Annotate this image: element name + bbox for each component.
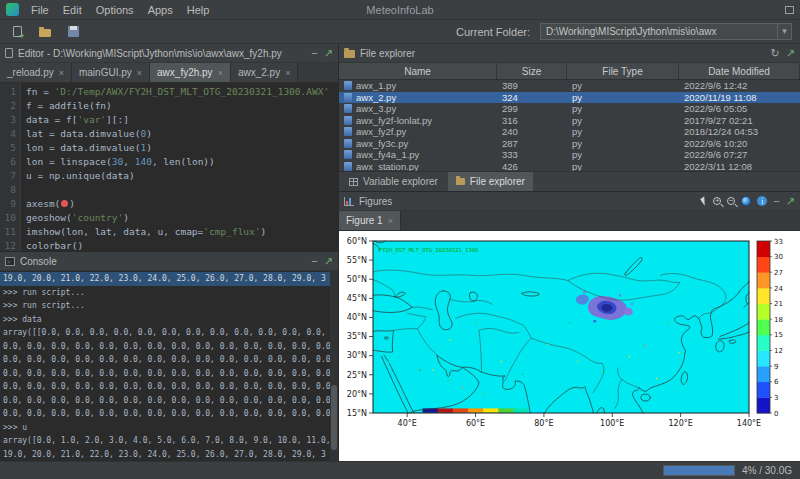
editor-tab-_reload.py[interactable]: _reload.py× bbox=[0, 63, 72, 82]
file-name: awx_fy2f-lonlat.py bbox=[356, 115, 432, 126]
menu-file[interactable]: File bbox=[24, 4, 56, 16]
memory-usage: 4% / 30.0G bbox=[742, 465, 792, 476]
tab-figure-1[interactable]: Figure 1 × bbox=[339, 211, 401, 230]
minimize-icon[interactable]: − bbox=[773, 196, 779, 207]
console-output[interactable]: 19.0, 20.0, 21.0, 22.0, 23.0, 24.0, 25.0… bbox=[0, 271, 338, 461]
chart-icon bbox=[344, 197, 354, 206]
line-number: 10 bbox=[0, 211, 16, 225]
close-icon[interactable]: × bbox=[137, 68, 142, 78]
editor-tab-awx_fy2h.py[interactable]: awx_fy2h.py× bbox=[150, 63, 231, 82]
code-token: lon = linspace( bbox=[26, 156, 112, 167]
file-type: py bbox=[567, 126, 679, 137]
folder-icon bbox=[344, 50, 355, 58]
console-line: 0.0, 0.0, 0.0, 0.0, 0.0, 0.0, 0.0, 0.0, … bbox=[0, 394, 338, 408]
file-name-cell: awx_station.py bbox=[339, 161, 497, 171]
tab-variable-explorer[interactable]: Variable explorer bbox=[341, 172, 446, 191]
line-number: 4 bbox=[0, 127, 16, 141]
close-icon[interactable]: × bbox=[285, 68, 290, 78]
identify-icon[interactable] bbox=[757, 196, 767, 206]
code-token: , bbox=[123, 156, 134, 167]
svg-text:60°E: 60°E bbox=[466, 419, 485, 428]
detach-icon[interactable]: ↗ bbox=[324, 256, 333, 267]
editor-tab-mainGUI.py[interactable]: mainGUI.py× bbox=[72, 63, 150, 82]
close-icon[interactable]: × bbox=[59, 68, 64, 78]
current-folder-combo[interactable]: D:\Working\MIScript\Jython\mis\io\awx ▾ bbox=[540, 23, 792, 40]
py-file-icon bbox=[344, 127, 352, 136]
file-explorer-title: File explorer bbox=[360, 48, 766, 59]
save-button[interactable] bbox=[64, 23, 82, 41]
file-name: awx_fy2f.py bbox=[356, 126, 406, 137]
code-token: ) bbox=[69, 198, 75, 209]
open-file-button[interactable] bbox=[36, 23, 54, 41]
code-line: data = f['var'][:] bbox=[26, 113, 338, 127]
tab-label: Variable explorer bbox=[363, 176, 438, 187]
editor-tab-awx_2.py[interactable]: awx_2.py× bbox=[231, 63, 299, 82]
figure-canvas[interactable]: 40°E60°E80°E100°E120°E140°E 60°N55°N50°N… bbox=[339, 231, 799, 461]
code-token: 'D:/Temp/AWX/FY2H_DST_MLT_OTG_20230321_1… bbox=[55, 86, 330, 97]
tab-file-explorer[interactable]: File explorer bbox=[448, 172, 533, 191]
console-titlebar: Console − ↗ bbox=[0, 252, 338, 271]
menu-options[interactable]: Options bbox=[89, 4, 141, 16]
zoom-out-icon[interactable] bbox=[727, 197, 735, 205]
chevron-down-icon[interactable]: ▾ bbox=[777, 24, 791, 39]
svg-text:40°N: 40°N bbox=[347, 313, 367, 322]
console-line: 0.0, 0.0, 0.0, 0.0, 0.0, 0.0, 0.0, 0.0, … bbox=[0, 380, 338, 394]
full-extent-globe-icon[interactable] bbox=[741, 196, 751, 206]
file-row[interactable]: awx_station.py426py2022/3/11 12:08 bbox=[339, 161, 800, 172]
select-arrow-icon[interactable] bbox=[701, 196, 710, 205]
zoom-in-icon[interactable] bbox=[713, 197, 721, 205]
column-header-file-type[interactable]: File Type bbox=[567, 63, 679, 79]
file-name: awx_3.py bbox=[356, 103, 396, 114]
code-line: imshow(lon, lat, data, u, cmap='cmp_flux… bbox=[26, 225, 338, 239]
code-editor[interactable]: 123456789101112 fn = 'D:/Temp/AWX/FY2H_D… bbox=[0, 83, 338, 251]
code-line: lon = data.dimvalue(1) bbox=[26, 141, 338, 155]
file-row[interactable]: awx_fy2f.py240py2018/12/24 04:53 bbox=[339, 126, 800, 138]
restore-window-icon[interactable] bbox=[785, 6, 794, 14]
error-marker-icon bbox=[61, 200, 68, 207]
detach-icon[interactable]: ↗ bbox=[324, 48, 333, 59]
file-size: 324 bbox=[497, 92, 567, 103]
code-line: lat = data.dimvalue(0) bbox=[26, 127, 338, 141]
file-row[interactable]: awx_3.py299py2022/9/6 05:05 bbox=[339, 103, 800, 115]
refresh-icon[interactable]: ↻ bbox=[771, 48, 780, 59]
file-name: awx_1.py bbox=[356, 80, 396, 91]
svg-text:18: 18 bbox=[774, 316, 783, 324]
column-header-date-modified[interactable]: Date Modified bbox=[679, 63, 800, 79]
scrollbar-thumb[interactable] bbox=[331, 385, 337, 450]
code-token: ][:] bbox=[106, 114, 129, 125]
console-line: 0.0, 0.0, 0.0, 0.0, 0.0, 0.0, 0.0, 0.0, … bbox=[0, 353, 338, 367]
file-size: 316 bbox=[497, 115, 567, 126]
column-header-size[interactable]: Size bbox=[497, 63, 567, 79]
column-header-name[interactable]: Name bbox=[339, 63, 497, 79]
py-file-icon bbox=[344, 81, 352, 90]
py-file-icon bbox=[344, 150, 352, 159]
file-row[interactable]: awx_fy3c.py287py2022/9/6 10:20 bbox=[339, 138, 800, 150]
close-icon[interactable]: × bbox=[388, 216, 393, 226]
folder-icon bbox=[456, 178, 465, 185]
file-row[interactable]: awx_fy2f-lonlat.py316py2017/9/27 02:21 bbox=[339, 115, 800, 127]
file-row[interactable]: awx_1.py389py2022/9/6 12:42 bbox=[339, 80, 800, 92]
minimize-icon[interactable]: − bbox=[311, 48, 317, 59]
menu-help[interactable]: Help bbox=[180, 4, 217, 16]
file-size: 333 bbox=[497, 149, 567, 160]
line-number: 11 bbox=[0, 225, 16, 239]
detach-icon[interactable]: ↗ bbox=[786, 196, 795, 207]
open-folder-icon bbox=[39, 29, 51, 37]
line-number: 9 bbox=[0, 197, 16, 211]
svg-text:15: 15 bbox=[774, 331, 783, 339]
line-number: 2 bbox=[0, 99, 16, 113]
svg-text:12: 12 bbox=[774, 347, 783, 355]
svg-text:30°N: 30°N bbox=[347, 351, 367, 360]
code-token: axesm( bbox=[26, 198, 60, 209]
file-row[interactable]: awx_fy4a_1.py333py2022/9/6 07:27 bbox=[339, 149, 800, 161]
console-scrollbar[interactable] bbox=[330, 271, 338, 461]
menu-apps[interactable]: Apps bbox=[141, 4, 180, 16]
detach-icon[interactable]: ↗ bbox=[786, 48, 795, 59]
minimize-icon[interactable]: − bbox=[311, 256, 317, 267]
svg-text:140°E: 140°E bbox=[737, 419, 761, 428]
new-file-button[interactable] bbox=[8, 23, 26, 41]
close-icon[interactable]: × bbox=[218, 68, 223, 78]
line-number: 12 bbox=[0, 239, 16, 251]
menu-edit[interactable]: Edit bbox=[56, 4, 89, 16]
file-row[interactable]: awx_2.py324py2020/11/19 11:08 bbox=[339, 92, 800, 104]
